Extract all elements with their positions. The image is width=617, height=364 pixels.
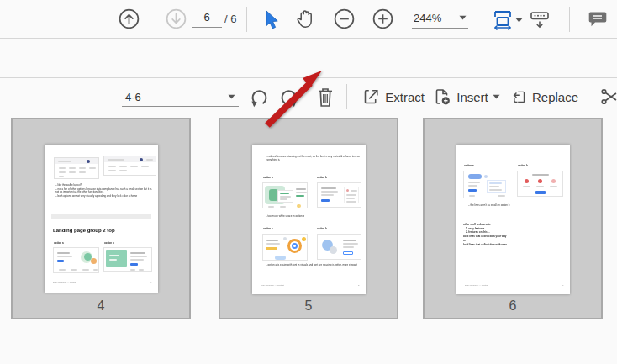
skeleton-line bbox=[468, 182, 480, 183]
chevron-down-icon bbox=[493, 94, 500, 99]
skeleton-line bbox=[321, 191, 338, 193]
red-annotation-arrow-icon bbox=[249, 64, 333, 135]
chevron-down-icon bbox=[515, 18, 523, 23]
skeleton-line bbox=[346, 201, 356, 203]
skeleton-line bbox=[59, 171, 66, 173]
notes-block: other stuff to do/create 1. easy feature… bbox=[463, 223, 560, 247]
page-fit-dropdown[interactable] bbox=[492, 9, 524, 31]
page-display-button[interactable] bbox=[529, 9, 551, 31]
hand-tool-button[interactable] bbox=[295, 8, 315, 30]
option-label: option a bbox=[263, 176, 297, 179]
illustration-blob bbox=[330, 246, 337, 254]
page-6-preview: option a option b bbox=[456, 145, 570, 294]
skeleton-line bbox=[469, 195, 475, 197]
note-line: bold lines that collect data with ease bbox=[463, 243, 560, 246]
scissors-icon bbox=[600, 87, 617, 106]
mini-footer: 2019 Regroup — content bbox=[53, 281, 120, 283]
mini-footer-page: 4 bbox=[150, 281, 159, 283]
next-page-button[interactable] bbox=[165, 8, 187, 30]
option-label: option a bbox=[54, 241, 87, 245]
landing-mock-b bbox=[517, 171, 563, 197]
skeleton-line bbox=[108, 170, 116, 171]
page-thumbnail-6[interactable]: option a option b bbox=[423, 118, 603, 319]
skeleton-line bbox=[141, 166, 149, 167]
page-thumbnail-4[interactable]: – like the waffle layout? – not a fan of… bbox=[11, 118, 191, 319]
zoom-level-dropdown[interactable]: 244% bbox=[412, 8, 468, 29]
skeleton-line bbox=[79, 171, 86, 173]
fit-width-icon bbox=[493, 10, 513, 30]
mini-footer: 2019 Regroup — content bbox=[465, 283, 532, 286]
replace-pages-button[interactable]: Replace bbox=[511, 86, 578, 108]
zoom-in-button[interactable] bbox=[372, 8, 394, 30]
skeleton-line bbox=[69, 171, 76, 173]
skeleton-line bbox=[59, 167, 66, 169]
toolbar-down-icon bbox=[529, 10, 551, 30]
skeleton-line bbox=[130, 259, 144, 261]
skeleton-line bbox=[321, 187, 336, 189]
landing-mock-a bbox=[262, 234, 308, 261]
page-thumbnail-5[interactable]: – colored lines are standing out the mos… bbox=[219, 118, 398, 319]
comment-bubble-icon bbox=[588, 10, 608, 29]
skeleton-line bbox=[266, 243, 280, 245]
bullet: – option a is easier with font in visual… bbox=[266, 263, 361, 266]
skeleton-line bbox=[280, 206, 286, 208]
page-count-label: / 6 bbox=[224, 13, 236, 25]
comment-button[interactable] bbox=[588, 9, 608, 29]
page-range-value: 4-6 bbox=[125, 91, 141, 103]
skeleton-line bbox=[139, 269, 144, 271]
skeleton-line bbox=[130, 252, 145, 254]
page-number-label: 4 bbox=[13, 298, 189, 314]
insert-pages-button[interactable]: Insert bbox=[432, 86, 501, 108]
toolbar-divider bbox=[569, 7, 570, 32]
landing-mock-a bbox=[262, 182, 308, 208]
section-divider bbox=[51, 214, 151, 219]
skeleton-line bbox=[69, 167, 76, 169]
mock-outline-button bbox=[343, 251, 353, 255]
extract-pages-button[interactable]: Extract bbox=[362, 86, 425, 108]
skeleton-line bbox=[89, 167, 96, 169]
skeleton-line bbox=[82, 269, 89, 271]
illustration-blob bbox=[91, 258, 97, 264]
skeleton-line bbox=[93, 269, 98, 271]
skeleton-line bbox=[498, 195, 505, 197]
chevron-down-icon bbox=[228, 94, 235, 99]
cursor-arrow-icon bbox=[264, 10, 278, 29]
skeleton-line bbox=[130, 256, 147, 257]
cut-button[interactable] bbox=[600, 87, 617, 107]
skeleton-line bbox=[343, 243, 358, 245]
previous-page-button[interactable] bbox=[118, 8, 140, 30]
option-label: option b bbox=[104, 241, 138, 245]
zoom-out-button[interactable] bbox=[333, 8, 356, 30]
note-line: or bbox=[463, 239, 560, 242]
hand-icon bbox=[296, 8, 314, 29]
mock-inner-card bbox=[277, 190, 293, 203]
page-4-preview: – like the waffle layout? – not a fan of… bbox=[45, 145, 158, 293]
bullet: – colored lines are standing out the mos… bbox=[266, 155, 360, 161]
page-number-input[interactable] bbox=[192, 8, 222, 28]
skeleton-line bbox=[468, 185, 477, 187]
illustration-blob bbox=[538, 179, 542, 183]
skeleton-line bbox=[109, 255, 119, 256]
bullet: – not a fan of other options because dat… bbox=[55, 187, 155, 194]
zoom-level-value: 244% bbox=[414, 12, 441, 24]
option-label: option b bbox=[317, 227, 351, 230]
select-tool-button[interactable] bbox=[262, 8, 279, 30]
skeleton-line bbox=[108, 159, 124, 161]
skeleton-line bbox=[130, 269, 135, 271]
arrow-up-circle-icon bbox=[118, 8, 140, 30]
page-number-label: 6 bbox=[425, 298, 601, 314]
skeleton-line bbox=[146, 159, 153, 161]
skeleton-line bbox=[343, 240, 356, 241]
skeleton-line bbox=[59, 176, 64, 177]
plus-circle-icon bbox=[372, 8, 394, 30]
landing-mock-b bbox=[317, 182, 361, 208]
mock-button bbox=[130, 263, 138, 266]
landing-mock-a bbox=[53, 247, 99, 273]
skeleton-line bbox=[351, 190, 357, 192]
note-line: other stuff to do/create bbox=[463, 223, 560, 226]
skeleton-line bbox=[550, 186, 557, 187]
page-range-dropdown[interactable]: 4-6 bbox=[122, 87, 239, 107]
screenshot-mock bbox=[54, 157, 99, 179]
option-label: option a bbox=[263, 227, 297, 230]
skeleton-line bbox=[71, 269, 77, 271]
